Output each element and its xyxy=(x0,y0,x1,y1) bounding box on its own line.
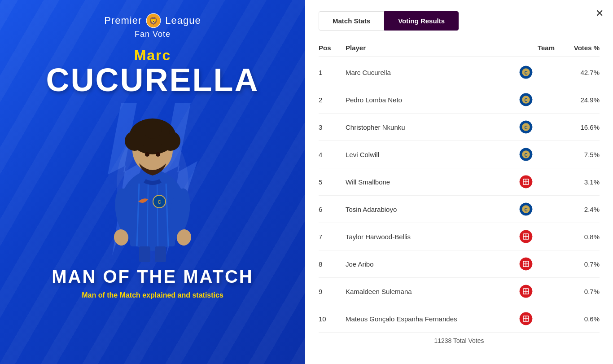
table-row: 7 Taylor Harwood-Bellis 0.8% xyxy=(319,223,600,250)
svg-point-24 xyxy=(145,152,149,157)
left-panel: Premier 🦁 League Fan Vote Marc CUCURELLA xyxy=(0,0,305,364)
cell-team: C xyxy=(519,65,555,79)
table-row: 4 Levi Colwill C 7.5% xyxy=(319,141,600,168)
svg-text:C: C xyxy=(524,98,527,103)
close-button[interactable]: ✕ xyxy=(593,7,606,20)
cell-player: Levi Colwill xyxy=(346,151,519,158)
team-badge-icon xyxy=(519,257,533,271)
player-image-area: C xyxy=(58,98,247,264)
cell-player: Marc Cucurella xyxy=(346,69,519,76)
cell-player: Taylor Harwood-Bellis xyxy=(346,233,519,241)
tab-match-stats[interactable]: Match Stats xyxy=(319,11,384,31)
table-row: 5 Will Smallbone 3.1% xyxy=(319,168,600,196)
team-badge-icon: C xyxy=(519,65,533,79)
table-row: 8 Joe Aribo 0.7% xyxy=(319,250,600,278)
pl-logo-area: Premier 🦁 League Fan Vote xyxy=(104,13,201,39)
team-badge-icon: C xyxy=(519,92,533,107)
cell-pos: 7 xyxy=(319,233,346,241)
svg-rect-26 xyxy=(139,246,150,262)
svg-text:C: C xyxy=(524,153,527,158)
table-header: Pos Player Team Votes % xyxy=(319,42,600,57)
right-panel: ✕ Match Stats Voting Results Pos Player … xyxy=(305,0,613,364)
total-votes: 11238 Total Votes xyxy=(319,337,600,344)
tab-voting-results[interactable]: Voting Results xyxy=(384,11,459,31)
cell-team xyxy=(519,284,555,298)
cell-player: Tosin Adarabioyo xyxy=(346,206,519,213)
cell-player: Mateus Gonçalo Espanha Fernandes xyxy=(346,315,519,323)
cell-player: Christopher Nkunku xyxy=(346,123,519,131)
pl-lion-icon: 🦁 xyxy=(145,13,162,29)
cell-votes: 24.9% xyxy=(555,96,600,104)
cell-team: C xyxy=(519,92,555,107)
team-badge-icon: C xyxy=(519,202,533,216)
table-row: 9 Kamaldeen Sulemana 0.7% xyxy=(319,278,600,305)
svg-text:C: C xyxy=(524,207,527,212)
cell-team xyxy=(519,257,555,271)
cell-votes: 42.7% xyxy=(555,69,600,76)
team-badge-icon: C xyxy=(519,120,533,134)
cell-team xyxy=(519,311,555,326)
cell-player: Kamaldeen Sulemana xyxy=(346,288,519,295)
table-row: 1 Marc Cucurella C 42.7% xyxy=(319,59,600,86)
player-last-name: CUCURELLA xyxy=(46,64,259,96)
voting-table: Pos Player Team Votes % 1 Marc Cucurella… xyxy=(319,42,600,333)
svg-text:C: C xyxy=(524,70,527,75)
header-pos: Pos xyxy=(319,44,346,52)
pl-premier-text: Premier xyxy=(104,15,142,26)
svg-text:🦁: 🦁 xyxy=(149,17,158,25)
team-badge-icon xyxy=(519,175,533,189)
cell-pos: 6 xyxy=(319,206,346,213)
table-row: 2 Pedro Lomba Neto C 24.9% xyxy=(319,86,600,114)
cell-player: Pedro Lomba Neto xyxy=(346,96,519,104)
man-of-match-title: MAN OF THE MATCH xyxy=(52,267,253,287)
header-player: Player xyxy=(346,44,519,52)
team-badge-icon xyxy=(519,311,533,326)
team-badge-icon xyxy=(519,284,533,298)
svg-text:C: C xyxy=(524,125,527,130)
svg-point-12 xyxy=(144,121,162,139)
fan-vote-text: Fan Vote xyxy=(135,30,171,39)
cell-team: C xyxy=(519,147,555,162)
man-of-match-subtitle: Man of the Match explained and statistic… xyxy=(82,291,223,299)
svg-point-25 xyxy=(156,152,160,157)
cell-team: C xyxy=(519,120,555,134)
cell-pos: 2 xyxy=(319,96,346,104)
team-badge-icon xyxy=(519,229,533,244)
cell-votes: 7.5% xyxy=(555,151,600,158)
player-figure: C xyxy=(85,107,220,264)
cell-pos: 3 xyxy=(319,123,346,131)
cell-pos: 8 xyxy=(319,260,346,268)
cell-votes: 2.4% xyxy=(555,206,600,213)
tabs-row: Match Stats Voting Results xyxy=(319,11,600,31)
table-row: 3 Christopher Nkunku C 16.6% xyxy=(319,114,600,141)
header-votes: Votes % xyxy=(555,44,600,52)
cell-votes: 0.7% xyxy=(555,260,600,268)
cell-votes: 3.1% xyxy=(555,178,600,186)
svg-rect-27 xyxy=(155,246,166,262)
cell-pos: 9 xyxy=(319,288,346,295)
cell-team xyxy=(519,229,555,244)
cell-pos: 4 xyxy=(319,151,346,158)
svg-text:C: C xyxy=(158,200,161,205)
cell-pos: 10 xyxy=(319,315,346,323)
cell-votes: 0.7% xyxy=(555,288,600,295)
cell-player: Joe Aribo xyxy=(346,260,519,268)
cell-pos: 1 xyxy=(319,69,346,76)
cell-votes: 0.8% xyxy=(555,233,600,241)
table-row: 10 Mateus Gonçalo Espanha Fernandes 0.6% xyxy=(319,305,600,333)
table-body: 1 Marc Cucurella C 42.7% 2 Pedro Lomba N… xyxy=(319,59,600,333)
cell-player: Will Smallbone xyxy=(346,178,519,186)
cell-pos: 5 xyxy=(319,178,346,186)
cell-team: C xyxy=(519,202,555,216)
team-badge-icon: C xyxy=(519,147,533,162)
cell-team xyxy=(519,175,555,189)
header-team: Team xyxy=(519,44,555,52)
cell-votes: 16.6% xyxy=(555,123,600,131)
pl-league-text: League xyxy=(165,15,201,26)
player-first-name: Marc xyxy=(134,47,171,64)
cell-votes: 0.6% xyxy=(555,315,600,323)
table-row: 6 Tosin Adarabioyo C 2.4% xyxy=(319,196,600,223)
